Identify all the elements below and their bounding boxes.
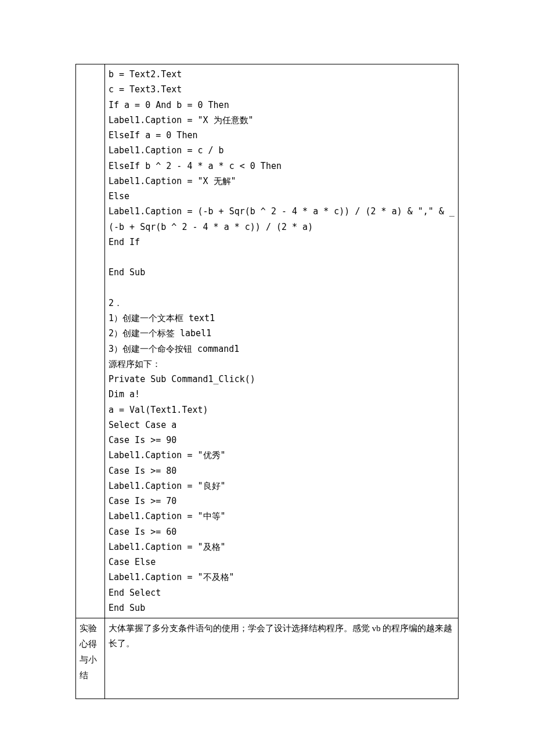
code-line: Private Sub Command1_Click() bbox=[109, 372, 454, 387]
table-row: 实验心得与小结 大体掌握了多分支条件语句的使用；学会了设计选择结构程序。感觉 v… bbox=[76, 618, 459, 699]
code-line: Case Is >= 90 bbox=[109, 433, 454, 448]
code-line: 3）创建一个命令按钮 command1 bbox=[109, 341, 454, 357]
code-line: a = Val(Text1.Text) bbox=[109, 402, 454, 417]
table-row: b = Text2.Textc = Text3.TextIf a = 0 And… bbox=[76, 64, 459, 618]
code-line: (-b + Sqr(b ^ 2 - 4 * a * c)) / (2 * a) bbox=[109, 219, 454, 235]
code-line: Label1.Caption = "中等" bbox=[109, 509, 454, 524]
code-line: Label1.Caption = "X 为任意数" bbox=[109, 113, 454, 128]
code-line: 2）创建一个标签 label1 bbox=[109, 326, 454, 341]
row1-content-cell: b = Text2.Textc = Text3.TextIf a = 0 And… bbox=[104, 64, 458, 618]
page: b = Text2.Textc = Text3.TextIf a = 0 And… bbox=[0, 0, 534, 746]
code-line: Label1.Caption = "优秀" bbox=[109, 448, 454, 463]
code-line: End Sub bbox=[109, 600, 454, 615]
code-line: c = Text3.Text bbox=[109, 82, 454, 97]
code-line: ElseIf b ^ 2 - 4 * a * c < 0 Then bbox=[109, 159, 454, 174]
code-line: End Select bbox=[109, 585, 454, 600]
code-line: 源程序如下： bbox=[109, 357, 454, 372]
code-line: Case Is >= 70 bbox=[109, 494, 454, 509]
code-line: 2． bbox=[109, 296, 454, 311]
code-line: End If bbox=[109, 235, 454, 250]
code-line: Case Else bbox=[109, 555, 454, 570]
code-line: If a = 0 And b = 0 Then bbox=[109, 98, 454, 113]
code-line: Case Is >= 60 bbox=[109, 524, 454, 539]
code-line: b = Text2.Text bbox=[109, 67, 454, 82]
code-line bbox=[109, 280, 454, 296]
code-line: Select Case a bbox=[109, 417, 454, 433]
code-line: Label1.Caption = (-b + Sqr(b ^ 2 - 4 * a… bbox=[109, 204, 454, 219]
code-line: End Sub bbox=[109, 265, 454, 280]
row1-label-cell bbox=[76, 64, 105, 618]
row2-label-cell: 实验心得与小结 bbox=[76, 618, 105, 699]
code-line: Label1.Caption = "X 无解" bbox=[109, 174, 454, 189]
row2-label: 实验心得与小结 bbox=[80, 624, 97, 680]
code-line: Dim a! bbox=[109, 387, 454, 402]
code-line: Label1.Caption = "及格" bbox=[109, 539, 454, 555]
code-line: Case Is >= 80 bbox=[109, 463, 454, 478]
document-table: b = Text2.Textc = Text3.TextIf a = 0 And… bbox=[75, 64, 459, 699]
code-line: Else bbox=[109, 189, 454, 204]
code-block: b = Text2.Textc = Text3.TextIf a = 0 And… bbox=[109, 67, 454, 615]
code-line: 1）创建一个文本框 text1 bbox=[109, 311, 454, 326]
code-line: ElseIf a = 0 Then bbox=[109, 128, 454, 143]
row2-text: 大体掌握了多分支条件语句的使用；学会了设计选择结构程序。感觉 vb 的程序编的越… bbox=[109, 624, 453, 648]
code-line bbox=[109, 250, 454, 265]
code-line: Label1.Caption = "不及格" bbox=[109, 570, 454, 585]
code-line: Label1.Caption = "良好" bbox=[109, 478, 454, 494]
row2-content-cell: 大体掌握了多分支条件语句的使用；学会了设计选择结构程序。感觉 vb 的程序编的越… bbox=[104, 618, 458, 699]
code-line: Label1.Caption = c / b bbox=[109, 143, 454, 158]
